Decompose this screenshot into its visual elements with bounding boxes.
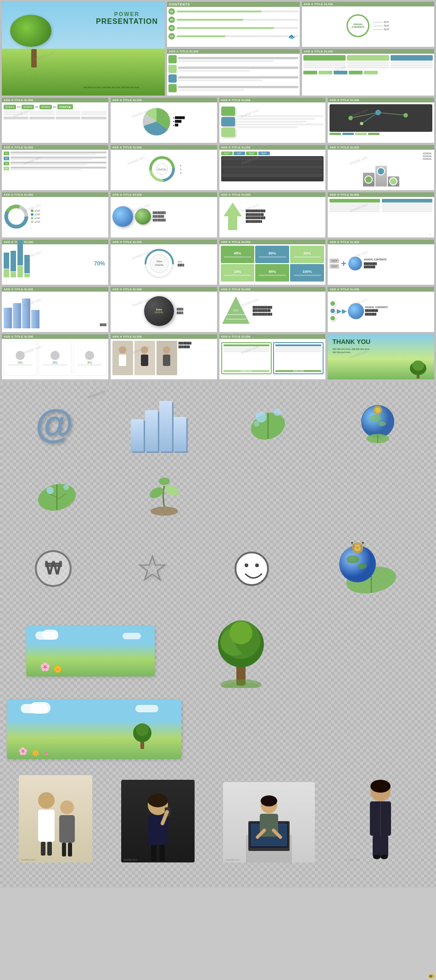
woman-phone-photo: asadal.com [121,780,195,862]
svg-marker-12 [224,203,242,230]
svg-point-72 [229,621,252,644]
slides-section: POWER PRESENTATION Add title text here. … [0,0,436,383]
outdoor-grass-wide: 🌸 🌼 🌷 [7,699,181,759]
svg-text:ASADAL: ASADAL [157,168,167,171]
svg-rect-78 [41,842,45,856]
add-title-slide-3: ADD A TITLE SLIDE [302,49,435,96]
svg-point-60 [356,546,359,549]
svg-point-47 [46,487,54,494]
svg-line-1 [378,113,406,115]
svg-point-63 [351,542,353,544]
svg-rect-104 [373,836,388,856]
slide-arrow-steps: ADD A TITLE SLIDE ▶▶ ASADAL CONTENTS ███… [327,287,435,332]
business-people-photo: asadal.com [19,775,92,862]
svg-point-106 [380,855,388,859]
svg-point-6 [360,122,363,125]
globe-snail-icon [343,392,412,456]
svg-text:TEXT: TEXT [233,309,239,312]
slide-statistics: ADD A TITLE SLIDE 0% 0% 0% [1,334,109,380]
slide-bar-chart: ADD A TITLE SLIDE [1,239,109,285]
svg-point-33 [274,409,281,416]
svg-point-40 [375,407,380,413]
svg-point-23 [141,346,148,354]
svg-point-38 [379,422,386,426]
hero-title-line1: POWER [96,11,158,17]
svg-point-64 [362,542,364,544]
svg-rect-81 [59,815,75,843]
svg-rect-22 [119,355,126,366]
svg-point-96 [261,795,277,806]
woman-presenter-photo: asadal.com [344,771,417,862]
thank-you-slide: THANK YOU Add title text here. Add title… [327,334,435,380]
woman-laptop-photo: asadal.com [223,782,315,862]
add-title-header-2: ADD A TITLE SLIDE [167,49,300,54]
bottom-section: @ [0,383,436,888]
svg-text:ASADAL: ASADAL [155,264,164,266]
contents-slide: CONTENTS 01 02 [167,1,300,47]
svg-point-67 [220,679,262,688]
3d-buildings-icon [124,392,193,456]
slide-photos: ADD A TITLE SLIDE [110,334,218,380]
contents-header: CONTENTS [167,2,300,7]
globe-large-icon [321,534,413,603]
slide-3d-boxes: ADD A TITLE SLIDE asadal.c [219,97,326,143]
add-title-header-3: ADD A TITLE SLIDE [302,49,435,54]
svg-point-25 [163,346,170,354]
thank-you-title: THANK YOU [332,338,430,346]
svg-point-52 [159,478,170,485]
main-container: POWER PRESENTATION Add title text here. … [0,0,436,888]
svg-rect-79 [47,842,52,856]
hero-subtitle: Add title text here. Add title text here… [84,86,161,89]
leaf-bubbles-icon [234,392,302,456]
hero-title-line2: PRESENTATION [96,17,158,26]
svg-point-51 [163,483,181,498]
add-title-header-1: ADD A TITLE SLIDE [302,2,435,6]
slide-step-flow: ADD A TITLE SLIDE STEP1 STEP2 STEP3 STEP… [1,97,109,143]
slide-dark-gauge: ADD A TITLE SLIDE Extra ASADAL ████████ … [110,287,218,332]
svg-rect-87 [151,845,157,861]
svg-point-105 [373,855,380,859]
svg-rect-26 [163,355,170,366]
svg-point-57 [358,563,367,569]
slide-frame: ADD A TITLE SLIDE ANALYSIS ANA [219,334,326,380]
slide-arrow-up: ADD A TITLE SLIDE ██████████████████████… [219,192,326,238]
slide-3d-columns: ADD A TITLE SLIDE ████ asadal.com [1,287,109,332]
svg-rect-83 [68,843,72,856]
svg-point-29 [412,360,424,371]
svg-point-3 [348,116,353,120]
svg-point-101 [370,780,391,793]
sprout-icon [132,467,196,523]
at-symbol-icon: @ [24,394,84,454]
tree-large-icon [200,614,282,688]
svg-point-32 [256,411,267,422]
svg-point-76 [38,792,55,809]
svg-point-80 [60,800,74,814]
slide-two-col: ADD A TITLE SLIDE [327,192,435,238]
slide-list-items: ADD A TITLE SLIDE 01 02 03 [1,145,109,191]
svg-rect-24 [141,355,148,366]
svg-point-5 [403,113,408,118]
svg-rect-88 [159,845,165,861]
slide-percent-blocks: ADD A TITLE SLIDE 45% 80% 20% [219,239,326,285]
slide-podium: ADD A TITLE SLIDE [327,145,435,191]
slide-network: ADD A TITLE SLIDE [327,97,435,143]
svg-point-34 [254,421,259,427]
svg-point-37 [370,415,381,422]
svg-rect-82 [62,843,66,856]
svg-point-48 [63,484,69,490]
svg-point-4 [375,110,381,115]
slide-pyramid: ADD A TITLE SLIDE TEXT ████████████ ████… [219,287,326,332]
slide-pie-chart: ADD A TITLE SLIDE ● ██████ ● ████ ● ██ a… [110,97,218,143]
leaf-2-icon [25,467,89,523]
svg-point-56 [347,555,359,563]
star-icon: ☆ [123,541,182,596]
w-badge-icon: ₩ [23,541,83,596]
svg-rect-77 [38,810,55,842]
grass-banner-wide: 🌸 🌼 [26,626,155,676]
svg-point-49 [151,507,178,516]
hero-slide: POWER PRESENTATION Add title text here. … [1,1,165,96]
slide-dark-table: ADD A TITLE SLIDE TEXT CAT TEXT TEXT [219,145,326,191]
slide-circular: ADD A TITLE SLIDE ASADAL ● ● ● [110,145,218,191]
svg-point-75 [136,723,149,736]
slide-gauge: ADD A TITLE SLIDE Extra ASADAL [110,239,218,285]
